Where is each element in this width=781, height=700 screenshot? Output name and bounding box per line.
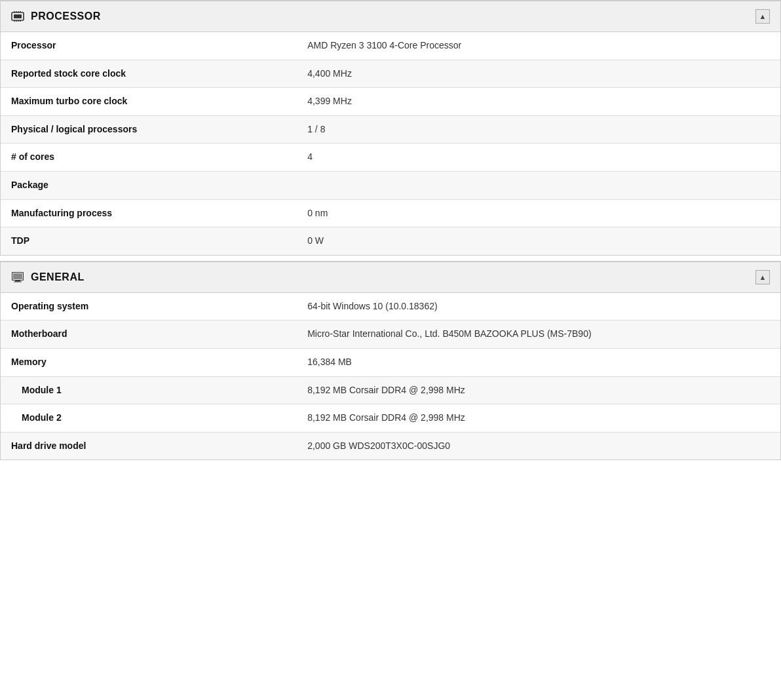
table-row: Operating system64-bit Windows 10 (10.0.…	[1, 293, 780, 321]
row-value: 0 W	[297, 227, 780, 255]
processor-header: PROCESSOR ▲	[1, 1, 780, 32]
row-value: 8,192 MB Corsair DDR4 @ 2,998 MHz	[297, 376, 780, 404]
processor-table: ProcessorAMD Ryzen 3 3100 4-Core Process…	[1, 32, 780, 255]
row-label: Motherboard	[1, 321, 297, 349]
processor-header-left: PROCESSOR	[11, 10, 101, 23]
row-value: 0 nm	[297, 199, 780, 227]
table-row: Reported stock core clock4,400 MHz	[1, 60, 780, 88]
table-row: TDP0 W	[1, 227, 780, 255]
general-section: GENERAL ▲ Operating system64-bit Windows…	[0, 261, 781, 461]
table-row: Package	[1, 171, 780, 199]
general-title: GENERAL	[31, 271, 85, 283]
row-label: Module 1	[1, 376, 297, 404]
processor-section: PROCESSOR ▲ ProcessorAMD Ryzen 3 3100 4-…	[0, 0, 781, 256]
table-row: Module 18,192 MB Corsair DDR4 @ 2,998 MH…	[1, 376, 780, 404]
general-icon	[11, 271, 24, 284]
svg-rect-18	[15, 281, 20, 282]
table-row: ProcessorAMD Ryzen 3 3100 4-Core Process…	[1, 32, 780, 60]
row-label: Physical / logical processors	[1, 115, 297, 144]
general-header-left: GENERAL	[11, 271, 85, 284]
general-header: GENERAL ▲	[1, 262, 780, 293]
row-value	[297, 171, 780, 199]
row-value: 64-bit Windows 10 (10.0.18362)	[297, 293, 780, 321]
row-value: AMD Ryzen 3 3100 4-Core Processor	[297, 32, 780, 60]
svg-rect-1	[14, 14, 22, 18]
row-label: Reported stock core clock	[1, 60, 297, 88]
row-label: Memory	[1, 348, 297, 376]
table-row: Hard drive model2,000 GB WDS200T3X0C-00S…	[1, 432, 780, 459]
row-label: Processor	[1, 32, 297, 60]
table-row: # of cores4	[1, 144, 780, 172]
table-row: Module 28,192 MB Corsair DDR4 @ 2,998 MH…	[1, 404, 780, 433]
row-value: 16,384 MB	[297, 348, 780, 376]
table-row: Maximum turbo core clock4,399 MHz	[1, 88, 780, 116]
general-table: Operating system64-bit Windows 10 (10.0.…	[1, 293, 780, 460]
table-row: Memory16,384 MB	[1, 348, 780, 376]
row-label: # of cores	[1, 144, 297, 172]
row-label: Maximum turbo core clock	[1, 88, 297, 116]
processor-title: PROCESSOR	[31, 10, 101, 22]
general-collapse-button[interactable]: ▲	[755, 270, 770, 284]
row-label: Package	[1, 171, 297, 199]
processor-icon	[11, 10, 24, 23]
table-row: Physical / logical processors1 / 8	[1, 115, 780, 144]
row-label: TDP	[1, 227, 297, 255]
table-row: MotherboardMicro-Star International Co.,…	[1, 321, 780, 349]
row-value: 4	[297, 144, 780, 172]
row-label: Module 2	[1, 404, 297, 433]
svg-rect-17	[13, 273, 22, 279]
svg-rect-19	[14, 281, 22, 282]
processor-collapse-button[interactable]: ▲	[755, 9, 770, 24]
row-value: 1 / 8	[297, 115, 780, 144]
row-value: 2,000 GB WDS200T3X0C-00SJG0	[297, 432, 780, 459]
row-label: Hard drive model	[1, 432, 297, 459]
row-value: Micro-Star International Co., Ltd. B450M…	[297, 321, 780, 349]
row-value: 4,399 MHz	[297, 88, 780, 116]
row-value: 4,400 MHz	[297, 60, 780, 88]
row-label: Manufacturing process	[1, 199, 297, 227]
row-label: Operating system	[1, 293, 297, 321]
table-row: Manufacturing process0 nm	[1, 199, 780, 227]
row-value: 8,192 MB Corsair DDR4 @ 2,998 MHz	[297, 404, 780, 433]
